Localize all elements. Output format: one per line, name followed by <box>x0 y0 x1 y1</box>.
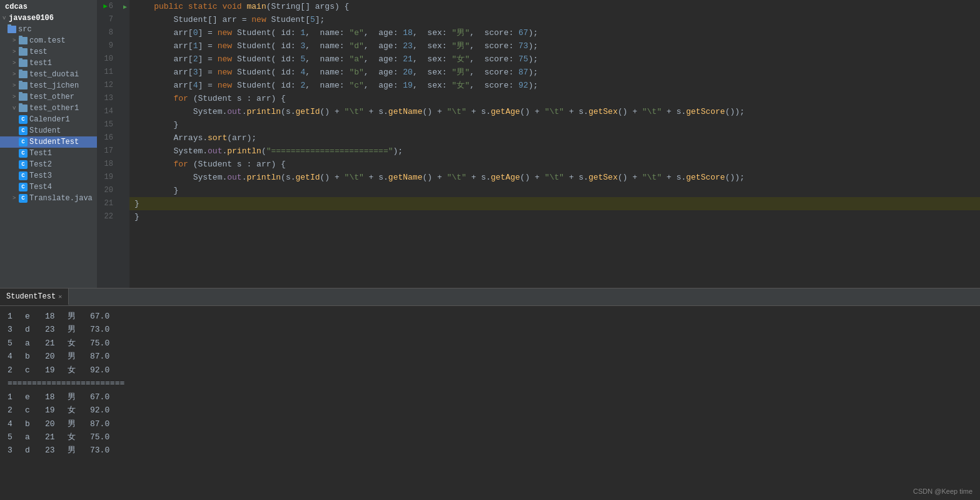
sidebar-item-test-duotai[interactable]: > test_duotai <box>0 69 97 80</box>
line-num-11: 11 <box>97 66 117 79</box>
class-icon: C <box>19 194 28 203</box>
package-icon <box>19 59 28 67</box>
line-num-13: 13 <box>97 92 117 105</box>
output-row-1: 1 e 18 男 67.0 <box>8 310 972 323</box>
close-tab-button[interactable]: ✕ <box>58 293 62 300</box>
chevron-icon: > <box>13 49 19 55</box>
sidebar-item-student[interactable]: C Student <box>0 125 97 136</box>
sidebar-item-test-other[interactable]: > test_other <box>0 91 97 103</box>
code-line-20: } <box>129 184 980 197</box>
chevron-icon: v <box>3 15 9 21</box>
sidebar-item-label: com.test <box>29 36 66 45</box>
code-line-8: arr[0] = new Student( id: 1, name: "e", … <box>129 26 980 39</box>
bottom-panel: StudentTest ✕ 1 e 18 男 67.0 3 d 23 男 73.… <box>0 288 980 500</box>
sidebar-item-label: test_other1 <box>29 104 79 113</box>
line-num-19: 19 <box>97 171 117 184</box>
sidebar-item-translate[interactable]: > C Translate.java <box>0 193 97 204</box>
sidebar-item-label: test_jichen <box>29 81 79 90</box>
sidebar-item-label: Translate.java <box>29 194 93 203</box>
class-icon: C <box>19 126 28 135</box>
sidebar-item-test-jichen[interactable]: > test_jichen <box>0 80 97 91</box>
sidebar-item-label: StudentTest <box>29 138 79 146</box>
line-num-14: 14 <box>97 105 117 118</box>
line-num-12: 12 <box>97 79 117 92</box>
run-icon: ▶ <box>103 1 108 13</box>
class-icon: C <box>19 115 28 124</box>
sidebar-item-studenttest[interactable]: C StudentTest <box>0 136 97 148</box>
sidebar-item-com-test[interactable]: > com.test <box>0 35 97 46</box>
sidebar-item-calender1[interactable]: C Calender1 <box>0 114 97 125</box>
output-row-3: 5 a 21 女 75.0 <box>8 337 972 350</box>
package-icon <box>19 48 28 56</box>
code-line-6: public static void main(String[] args) { <box>129 0 980 13</box>
sidebar-item-label: Test4 <box>29 183 52 191</box>
line-num-8: 8 <box>97 26 117 39</box>
output-content: 1 e 18 男 67.0 3 d 23 男 73.0 5 a 21 女 75.… <box>0 306 980 500</box>
line-num-20: 20 <box>97 184 117 197</box>
chevron-icon: > <box>13 60 19 66</box>
chevron-icon: > <box>13 38 19 44</box>
line-num-18: 18 <box>97 158 117 171</box>
sidebar-item-label: Test3 <box>29 171 52 180</box>
sidebar-item-test[interactable]: > test <box>0 46 97 58</box>
sidebar-project-root[interactable]: v javase0106 <box>0 13 97 24</box>
project-name: cdcas <box>0 1 97 13</box>
package-icon <box>19 93 28 101</box>
line-num-21: 21 <box>97 197 117 210</box>
code-line-9: arr[1] = new Student( id: 3, name: "d", … <box>129 39 980 53</box>
editor-gutter: ▶ <box>121 0 129 288</box>
output-row-2: 3 d 23 男 73.0 <box>8 323 972 336</box>
line-num-17: 17 <box>97 145 117 158</box>
main-area: cdcas v javase0106 src > com.test > test… <box>0 0 980 288</box>
line-num-9: 9 <box>97 39 117 53</box>
line-num-22: 22 <box>97 210 117 223</box>
project-label: javase0106 <box>9 14 54 23</box>
code-line-19: System.out.println(s.getId() + "\t" + s.… <box>129 171 980 184</box>
sidebar-item-label: Calender1 <box>29 115 70 124</box>
code-line-12: arr[4] = new Student( id: 2, name: "c", … <box>129 79 980 92</box>
sidebar-item-test1-class[interactable]: C Test1 <box>0 148 97 159</box>
code-line-22: } <box>129 210 980 223</box>
sidebar-item-test-other1[interactable]: v test_other1 <box>0 103 97 114</box>
code-line-10: arr[2] = new Student( id: 5, name: "a", … <box>129 53 980 66</box>
tab-studenttest[interactable]: StudentTest ✕ <box>0 288 69 305</box>
sidebar-item-label: Test1 <box>29 149 52 158</box>
sidebar-item-label: Student <box>29 126 61 135</box>
code-line-13: for (Student s : arr) { <box>129 92 980 105</box>
code-line-14: System.out.println(s.getId() + "\t" + s.… <box>129 105 980 118</box>
package-icon <box>19 105 28 112</box>
chevron-icon: > <box>13 94 19 100</box>
sidebar-item-test3[interactable]: C Test3 <box>0 170 97 181</box>
sidebar-item-test2[interactable]: C Test2 <box>0 159 97 170</box>
package-icon <box>19 37 28 44</box>
line-numbers: ▶ 6 7 8 9 10 11 12 13 14 15 16 17 18 19 … <box>97 0 121 288</box>
editor-area: ▶ 6 7 8 9 10 11 12 13 14 15 16 17 18 19 … <box>97 0 980 288</box>
output-row-6: 1 e 18 男 67.0 <box>8 390 972 404</box>
line-num-15: 15 <box>97 118 117 131</box>
watermark: CSDN @Keep time <box>913 487 972 495</box>
sidebar-item-test1[interactable]: > test1 <box>0 58 97 69</box>
class-icon: C <box>19 138 28 146</box>
line-num-7: 7 <box>97 13 117 26</box>
code-line-16: Arrays.sort(arr); <box>129 131 980 145</box>
sidebar-item-label: test <box>29 48 48 56</box>
chevron-icon: v <box>13 105 19 111</box>
sidebar-item-label: test_other <box>29 93 74 101</box>
code-content[interactable]: public static void main(String[] args) {… <box>129 0 980 288</box>
sidebar: cdcas v javase0106 src > com.test > test… <box>0 0 97 288</box>
class-icon: C <box>19 160 28 169</box>
class-icon: C <box>19 171 28 180</box>
code-line-7: Student[] arr = new Student[5]; <box>129 13 980 26</box>
output-row-7: 2 c 19 女 92.0 <box>8 404 972 417</box>
sidebar-item-src[interactable]: src <box>0 24 97 35</box>
tab-label: StudentTest <box>6 292 56 301</box>
output-row-10: 3 d 23 男 73.0 <box>8 444 972 457</box>
line-num-16: 16 <box>97 131 117 145</box>
sidebar-item-test4[interactable]: C Test4 <box>0 181 97 193</box>
output-row-8: 4 b 20 男 87.0 <box>8 417 972 431</box>
sidebar-item-label: test_duotai <box>29 70 79 79</box>
line-num-6: ▶ 6 <box>97 0 117 13</box>
output-row-5: 2 c 19 女 92.0 <box>8 364 972 377</box>
output-row-4: 4 b 20 男 87.0 <box>8 350 972 363</box>
class-icon: C <box>19 149 28 158</box>
